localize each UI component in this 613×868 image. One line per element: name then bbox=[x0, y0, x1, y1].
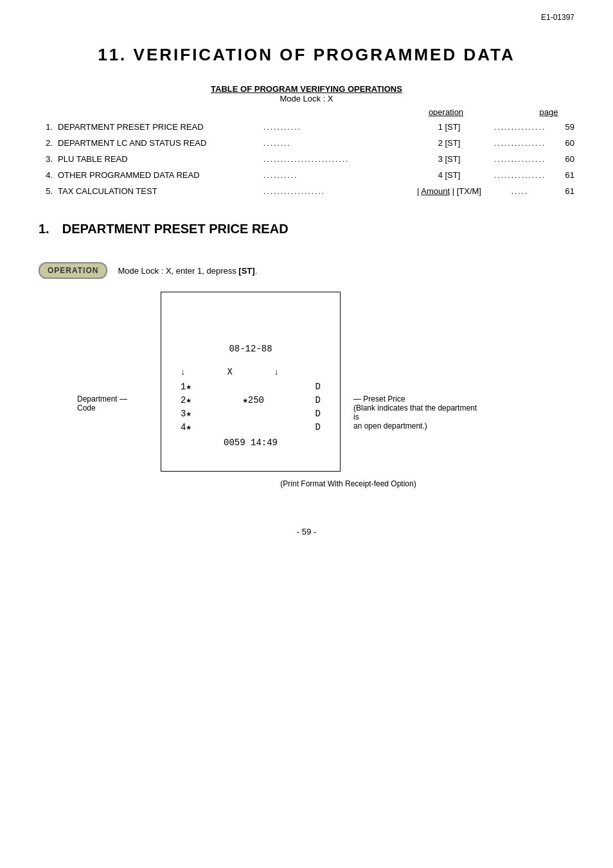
toc-num-4: 4. bbox=[39, 170, 58, 180]
receipt-row-3: 3★ D bbox=[174, 407, 327, 420]
toc-row-1: 1. DEPARTMENT PRESET PRICE READ ........… bbox=[39, 122, 574, 132]
toc-op-5: | Amount | [TX/M] bbox=[411, 186, 488, 196]
page-number: - 59 - bbox=[39, 527, 574, 536]
toc-header: TABLE OF PROGRAM VERIFYING OPERATIONS Mo… bbox=[39, 84, 574, 103]
operation-badge: OPERATION bbox=[39, 262, 107, 279]
toc-op-4: 4 [ST] bbox=[411, 170, 488, 180]
receipt-dept-2: 2★ bbox=[181, 394, 191, 405]
toc-row-4: 4. OTHER PROGRAMMED DATA READ ..........… bbox=[39, 170, 574, 180]
toc-row-3: 3. PLU TABLE READ ......................… bbox=[39, 154, 574, 164]
toc-label-2: DEPARTMENT LC AND STATUS READ bbox=[58, 138, 263, 148]
toc-mode: Mode Lock : X bbox=[39, 94, 574, 103]
receipt-arrow-row: ↓ X ↓ bbox=[174, 367, 327, 377]
toc-num-3: 3. bbox=[39, 154, 58, 164]
x-marker: X bbox=[227, 367, 232, 377]
toc-page-5: 61 bbox=[552, 186, 574, 196]
toc-page-4: 61 bbox=[552, 170, 574, 180]
toc-op-2: 2 [ST] bbox=[411, 138, 488, 148]
toc-op-3: 3 [ST] bbox=[411, 154, 488, 164]
toc-dots-4r: ............... bbox=[488, 171, 552, 180]
receipt-sym-2: D bbox=[315, 395, 321, 405]
toc-label-5: TAX CALCULATION TEST bbox=[58, 186, 263, 196]
main-title: 11. VERIFICATION OF PROGRAMMED DATA bbox=[39, 45, 574, 65]
preset-price-note-2: an open department.) bbox=[353, 421, 482, 430]
down-arrow-right: ↓ bbox=[274, 368, 280, 377]
section1-number: 1. bbox=[39, 222, 49, 236]
toc-row-5: 5. TAX CALCULATION TEST ................… bbox=[39, 186, 574, 196]
section1: 1. DEPARTMENT PRESET PRICE READ OPERATIO… bbox=[39, 222, 574, 488]
right-label: — Preset Price (Blank indicates that the… bbox=[353, 394, 482, 430]
receipt-sym-4: D bbox=[315, 422, 321, 432]
operation-block: OPERATION Mode Lock : X, enter 1, depres… bbox=[39, 262, 574, 279]
toc-label-3: PLU TABLE READ bbox=[58, 154, 263, 164]
toc-dots-3r: ............... bbox=[488, 155, 552, 164]
toc-dots-5r: ..... bbox=[488, 187, 552, 196]
toc-table: 1. DEPARTMENT PRESET PRICE READ ........… bbox=[39, 122, 574, 196]
receipt-row-2: 2★ ★250 D bbox=[174, 393, 327, 407]
col-operation-header: operation bbox=[388, 107, 504, 117]
toc-dots-5l: .................. bbox=[263, 187, 411, 196]
receipt-sym-3: D bbox=[315, 409, 321, 419]
toc-page-2: 60 bbox=[552, 138, 574, 148]
toc-label-1: DEPARTMENT PRESET PRICE READ bbox=[58, 122, 263, 132]
print-caption: (Print Format With Receipt-feed Option) bbox=[122, 479, 574, 488]
toc-num-2: 2. bbox=[39, 138, 58, 148]
toc-page-3: 60 bbox=[552, 154, 574, 164]
receipt-diagram: Department — Code 08-12-88 ↓ X ↓ 1★ D 2★… bbox=[77, 292, 574, 472]
toc-title: TABLE OF PROGRAM VERIFYING OPERATIONS bbox=[39, 84, 574, 94]
receipt-row-4: 4★ D bbox=[174, 420, 327, 434]
receipt-dept-3: 3★ bbox=[181, 408, 191, 419]
toc-row-2: 2. DEPARTMENT LC AND STATUS READ .......… bbox=[39, 138, 574, 148]
amount-label: Amount bbox=[421, 186, 450, 196]
receipt-dept-1: 1★ bbox=[181, 381, 191, 392]
receipt-time: 0059 14:49 bbox=[174, 438, 327, 448]
toc-label-4: OTHER PROGRAMMED DATA READ bbox=[58, 170, 263, 180]
toc-op-1: 1 [ST] bbox=[411, 122, 488, 132]
toc-num-1: 1. bbox=[39, 122, 58, 132]
receipt-box: 08-12-88 ↓ X ↓ 1★ D 2★ ★250 D 3★ bbox=[161, 292, 341, 472]
operation-description: Mode Lock : X, enter 1, depress [ST]. bbox=[118, 266, 257, 276]
toc-dots-1l: ........... bbox=[263, 123, 411, 132]
toc-dots-2r: ............... bbox=[488, 139, 552, 148]
dept-label-line2: Code bbox=[77, 403, 161, 412]
col-page-header: page bbox=[536, 107, 562, 117]
toc-dots-2l: ........ bbox=[263, 139, 411, 148]
section1-title: DEPARTMENT PRESET PRICE READ bbox=[62, 222, 289, 236]
receipt-sym-1: D bbox=[315, 382, 321, 392]
toc-dots-3l: ......................... bbox=[263, 155, 411, 164]
receipt-date: 08-12-88 bbox=[174, 344, 327, 354]
receipt-val-2: ★250 bbox=[242, 394, 264, 405]
dept-label-line1: Department — bbox=[77, 394, 161, 403]
left-label: Department — Code bbox=[77, 394, 161, 412]
page-id: E1-01397 bbox=[541, 13, 574, 22]
toc-page-1: 59 bbox=[552, 122, 574, 132]
toc-num-5: 5. bbox=[39, 186, 58, 196]
preset-price-note-1: (Blank indicates that the department is bbox=[353, 403, 482, 421]
receipt-dept-4: 4★ bbox=[181, 421, 191, 432]
down-arrow-left: ↓ bbox=[181, 368, 186, 377]
toc-dots-4l: .......... bbox=[263, 171, 411, 180]
preset-price-label: — Preset Price bbox=[353, 394, 482, 403]
toc-dots-1r: ............... bbox=[488, 123, 552, 132]
toc-column-headers: operation page bbox=[39, 107, 574, 117]
receipt-row-1: 1★ D bbox=[174, 380, 327, 393]
